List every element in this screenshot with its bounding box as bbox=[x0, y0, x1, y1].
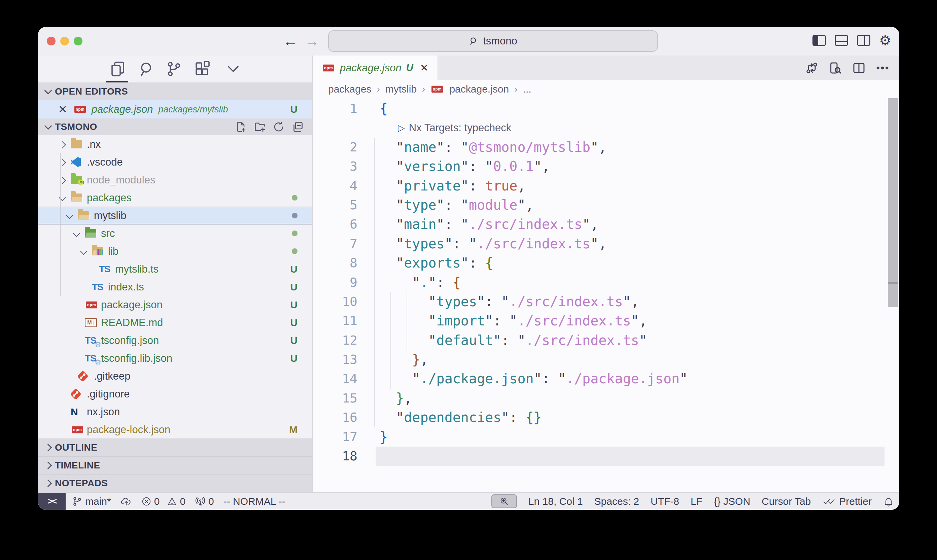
open-editors-header[interactable]: OPEN EDITORS bbox=[38, 82, 312, 100]
code-line[interactable]: 9 ".": { bbox=[313, 273, 899, 292]
views-chevron-icon[interactable] bbox=[225, 64, 242, 74]
publish-status[interactable] bbox=[120, 496, 132, 507]
code-line[interactable]: 8 "exports": { bbox=[313, 254, 899, 272]
code-line[interactable]: 6 "main": "./src/index.ts", bbox=[313, 215, 899, 234]
notepads-header[interactable]: NOTEPADS bbox=[38, 474, 312, 492]
problems-status[interactable]: 0 0 bbox=[142, 496, 185, 507]
search-editor-icon[interactable] bbox=[829, 61, 842, 75]
split-editor-icon[interactable] bbox=[852, 61, 866, 75]
code-line[interactable]: 5 "type": "module", bbox=[313, 195, 899, 215]
traffic-light-close[interactable] bbox=[47, 37, 55, 45]
breadcrumb-item[interactable]: mytslib bbox=[385, 83, 417, 95]
tree-item-mytslib-ts[interactable]: TSmytslib.tsU bbox=[38, 260, 312, 278]
code-line[interactable]: 3 "version": "0.0.1", bbox=[313, 157, 899, 176]
breadcrumb-item[interactable]: packages bbox=[328, 83, 371, 95]
language-status[interactable]: {} JSON bbox=[714, 496, 750, 507]
workspace-header[interactable]: TSMONO bbox=[38, 118, 312, 135]
nav-back-button[interactable]: ← bbox=[283, 31, 298, 51]
run-target-play-icon[interactable]: ▷ bbox=[398, 118, 405, 137]
chevron-down-icon[interactable] bbox=[65, 212, 78, 219]
tree-item-lib[interactable]: lib bbox=[38, 242, 312, 260]
tree-item--gitkeep[interactable]: .gitkeep bbox=[38, 367, 312, 385]
nav-forward-button[interactable]: → bbox=[305, 31, 319, 51]
command-center-search[interactable]: tsmono bbox=[328, 30, 658, 52]
chevron-right-icon[interactable] bbox=[58, 141, 71, 148]
tree-item-readme-md[interactable]: M↓README.mdU bbox=[38, 314, 312, 331]
vim-mode-status[interactable]: -- NORMAL -- bbox=[223, 496, 285, 507]
zoom-indicator[interactable] bbox=[491, 494, 517, 508]
close-icon[interactable]: ✕ bbox=[58, 103, 67, 116]
ports-status[interactable]: 0 bbox=[195, 496, 214, 507]
indentation-status[interactable]: Spaces: 2 bbox=[594, 496, 639, 507]
code-line[interactable]: 1{ bbox=[313, 99, 899, 118]
extensions-tab-icon[interactable] bbox=[194, 60, 211, 78]
line-number: 7 bbox=[313, 234, 357, 254]
tree-item--vscode[interactable]: .vscode bbox=[38, 153, 312, 171]
code-line[interactable]: 2 "name": "@tsmono/mytslib", bbox=[313, 138, 899, 157]
notifications-bell[interactable] bbox=[883, 496, 894, 507]
titlebar: ← → tsmono ⚙ bbox=[38, 27, 899, 55]
search-tab-icon[interactable] bbox=[138, 60, 155, 78]
tree-item-package-json[interactable]: npmpackage.jsonU bbox=[38, 296, 312, 314]
tree-item-tsconfig-lib-json[interactable]: TS⚙tsconfig.lib.jsonU bbox=[38, 349, 312, 367]
code-line[interactable]: 11 "import": "./src/index.ts", bbox=[313, 311, 899, 331]
code-line[interactable]: 7 "types": "./src/index.ts", bbox=[313, 234, 899, 254]
code-line[interactable]: 18 bbox=[313, 446, 899, 466]
open-editor-item[interactable]: ✕ npm package.json packages/mytslib U bbox=[38, 100, 312, 118]
tree-item-packages[interactable]: packages bbox=[38, 189, 312, 207]
codelens-label[interactable]: Nx Targets: typecheck bbox=[409, 118, 511, 137]
code-line[interactable]: 13 }, bbox=[313, 350, 899, 369]
npm-icon: npm bbox=[323, 64, 334, 71]
code-line[interactable]: 12 "default": "./src/index.ts" bbox=[313, 331, 899, 350]
timeline-header[interactable]: TIMELINE bbox=[38, 456, 312, 474]
code-line[interactable]: 14 "./package.json": "./package.json" bbox=[313, 369, 899, 388]
toggle-panel-icon[interactable] bbox=[835, 35, 848, 46]
breadcrumb-item[interactable]: package.json bbox=[449, 83, 509, 95]
tab-close-icon[interactable]: ✕ bbox=[420, 62, 428, 74]
chevron-right-icon bbox=[45, 480, 52, 487]
cursor-position-status[interactable]: Ln 18, Col 1 bbox=[528, 496, 583, 507]
code-line[interactable]: 10 "types": "./src/index.ts", bbox=[313, 292, 899, 311]
tree-item-node-modules[interactable]: JSnode_modules bbox=[38, 171, 312, 189]
toggle-secondary-sidebar-icon[interactable] bbox=[857, 35, 870, 46]
tree-item-index-ts[interactable]: TSindex.tsU bbox=[38, 278, 312, 296]
code-line[interactable]: 4 "private": true, bbox=[313, 176, 899, 195]
tree-item--gitignore[interactable]: .gitignore bbox=[38, 385, 312, 403]
source-control-tab-icon[interactable] bbox=[165, 60, 182, 78]
code-line[interactable]: 17} bbox=[313, 428, 899, 446]
encoding-status[interactable]: UTF-8 bbox=[651, 496, 679, 507]
traffic-light-minimize[interactable] bbox=[60, 37, 69, 45]
new-file-icon[interactable] bbox=[235, 121, 247, 133]
compare-changes-icon[interactable] bbox=[805, 61, 819, 75]
code-editor[interactable]: 1{▷Nx Targets: typecheck2 "name": "@tsmo… bbox=[313, 98, 899, 492]
code-line[interactable]: 15 }, bbox=[313, 389, 899, 408]
tree-item-tsconfig-json[interactable]: TS⚙tsconfig.jsonU bbox=[38, 331, 312, 349]
collapse-all-icon[interactable] bbox=[291, 121, 303, 133]
branch-status[interactable]: main* bbox=[72, 496, 111, 507]
chevron-down-icon[interactable] bbox=[72, 230, 85, 237]
chevron-down-icon[interactable] bbox=[79, 248, 92, 255]
breadcrumb-item[interactable]: ... bbox=[523, 83, 531, 95]
eol-status[interactable]: LF bbox=[691, 496, 702, 507]
editor-tab[interactable]: npm package.json U ✕ bbox=[313, 55, 438, 80]
tree-item--nx[interactable]: .nx bbox=[38, 135, 312, 153]
scrollbar-thumb[interactable] bbox=[888, 98, 898, 307]
code-line[interactable]: 16 "dependencies": {} bbox=[313, 408, 899, 427]
vscode-window: ← → tsmono ⚙ bbox=[38, 27, 899, 510]
new-folder-icon[interactable] bbox=[254, 121, 266, 133]
explorer-tab-icon[interactable] bbox=[109, 60, 126, 78]
settings-gear-icon[interactable]: ⚙ bbox=[879, 34, 891, 47]
toggle-primary-sidebar-icon[interactable] bbox=[812, 35, 826, 46]
tree-item-src[interactable]: src bbox=[38, 225, 312, 242]
traffic-light-zoom[interactable] bbox=[74, 37, 83, 45]
codelens-row[interactable]: ▷Nx Targets: typecheck bbox=[313, 118, 899, 137]
formatter-status[interactable]: Prettier bbox=[822, 496, 872, 507]
tree-item-package-lock-json[interactable]: npmpackage-lock.jsonM bbox=[38, 421, 312, 438]
tree-item-mytslib[interactable]: mytslib bbox=[38, 207, 312, 225]
more-actions-icon[interactable] bbox=[876, 66, 889, 70]
outline-header[interactable]: OUTLINE bbox=[38, 438, 312, 456]
refresh-icon[interactable] bbox=[272, 121, 285, 133]
remote-indicator[interactable]: >< bbox=[38, 493, 66, 510]
cursor-tab-status[interactable]: Cursor Tab bbox=[762, 496, 811, 507]
tree-item-nx-json[interactable]: Nnx.json bbox=[38, 403, 312, 421]
